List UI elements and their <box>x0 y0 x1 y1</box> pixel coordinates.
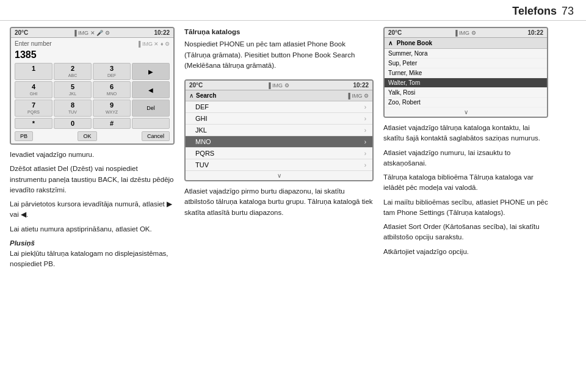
phonebook-screen: 20°C ▐ IMG ⚙ 10:22 ∧ Phone Book Summer, … <box>383 27 548 118</box>
key-hash[interactable]: # <box>93 118 131 129</box>
page-header: Telefons 73 <box>0 0 586 21</box>
time-mid: 10:22 <box>353 82 369 89</box>
right-text-4: Lai maiītu biblioēmas secību, atlasiet P… <box>383 197 548 219</box>
search-item-def-label: DEF <box>195 103 209 111</box>
phonebook-screen-body: ∧ Phone Book Summer, Nora Sup, Peter Tur… <box>385 38 547 117</box>
phone-screen-body: Enter number ▐ IMG ✕ ♦ ⚙ 1385 1 2ABC 3DE… <box>11 38 173 143</box>
keypad-row-1: 1 2ABC 3DEF ▶ <box>15 63 170 80</box>
screen-icons-mid: ▐ IMG ⚙ <box>267 82 289 89</box>
phonebook-list: Summer, Nora Sup, Peter Turner, Mike Wal… <box>385 49 547 107</box>
page-title: Telefons <box>512 5 557 18</box>
temp-right: 20°C <box>388 29 402 36</box>
right-text-1: Atlasiet vajadzīgo tālruņa kataloga kont… <box>383 123 548 144</box>
temp-left: 20°C <box>15 29 28 36</box>
cancel-button[interactable]: Cancel <box>142 131 170 141</box>
chevron-def: › <box>364 104 366 111</box>
key-6[interactable]: 6MNO <box>93 81 131 98</box>
time-right: 10:22 <box>527 29 543 36</box>
search-item-mno[interactable]: MNO › <box>186 136 372 148</box>
right-text-6: Atkārtojiet vajadzīgo opciju. <box>383 247 548 257</box>
signal-icons: ▐ IMG ✕ ♦ ⚙ <box>137 41 170 47</box>
right-text-body: Atlasiet vajadzīgo tālruņa kataloga kont… <box>383 123 548 261</box>
search-item-ghi[interactable]: GHI › <box>186 113 372 125</box>
search-item-tuv[interactable]: TUV › <box>186 159 372 171</box>
pb-button[interactable]: PB <box>15 131 33 141</box>
right-text-5: Atlasiet Sort Order (Kārtošanas secība),… <box>383 222 548 243</box>
enter-number-label: Enter number <box>15 40 52 47</box>
key-empty <box>132 118 170 129</box>
search-item-ghi-label: GHI <box>195 115 208 122</box>
keypad-row-2: 4GHI 5JKL 6MNO ◀ <box>15 81 170 98</box>
left-text-body: Ievadiet vajadzīgo numuru. Dzēšot atlasi… <box>10 150 175 274</box>
keypad-row-3: 7PQRS 8TUV 9WXYZ Del <box>15 100 170 117</box>
note-label: Plusiņš <box>10 239 35 247</box>
search-screen: 20°C ▐ IMG ⚙ 10:22 ∧ Search ▐ IMG ⚙ DEF … <box>184 79 374 181</box>
search-item-jkl-label: JKL <box>195 126 207 134</box>
pb-item-yalk[interactable]: Yalk, Rosi <box>385 88 547 98</box>
scroll-down-right[interactable]: ∨ <box>385 107 547 117</box>
left-column: 20°C ▐ IMG ✕ 🎤 ⚙ 10:22 Enter number ▐ IM… <box>10 27 175 381</box>
scroll-down-mid[interactable]: ∨ <box>186 171 372 180</box>
phonebook-header: ∧ Phone Book <box>385 38 547 49</box>
keypad-row-4: * 0 # <box>15 118 170 129</box>
key-4[interactable]: 4GHI <box>15 81 52 98</box>
phonebook-title: Phone Book <box>397 40 432 46</box>
key-7[interactable]: 7PQRS <box>15 100 52 117</box>
search-item-jkl[interactable]: JKL › <box>186 125 372 136</box>
mid-text-body-2: Atlasiet vajadzīgo pirmo burtu diapazonu… <box>184 186 374 222</box>
key-1[interactable]: 1 <box>15 63 52 80</box>
screen-top-bar-left: 20°C ▐ IMG ✕ 🎤 ⚙ 10:22 <box>11 28 173 38</box>
left-text-1: Ievadiet vajadzīgo numuru. <box>10 150 175 160</box>
search-item-tuv-label: TUV <box>195 161 209 169</box>
screen-icons-right: ▐ IMG ⚙ <box>454 30 476 36</box>
main-content: 20°C ▐ IMG ✕ 🎤 ⚙ 10:22 Enter number ▐ IM… <box>0 21 586 387</box>
chevron-ghi: › <box>364 115 366 122</box>
search-list: DEF › GHI › JKL › MNO › <box>186 101 372 171</box>
chevron-pqrs: › <box>364 150 366 157</box>
pb-item-summer[interactable]: Summer, Nora <box>385 49 547 59</box>
search-signal: ▐ IMG ⚙ <box>347 93 369 99</box>
search-item-pqrs-label: PQRS <box>195 150 214 157</box>
search-header: ∧ Search ▐ IMG ⚙ <box>186 90 372 101</box>
key-5[interactable]: 5JKL <box>54 81 92 98</box>
chevron-jkl: › <box>364 127 366 134</box>
key-8[interactable]: 8TUV <box>54 100 92 117</box>
search-screen-body: ∧ Search ▐ IMG ⚙ DEF › GHI › JKL › <box>186 90 372 180</box>
key-star[interactable]: * <box>15 118 52 129</box>
temp-mid: 20°C <box>189 82 203 89</box>
chevron-mno: › <box>364 139 366 145</box>
right-column: 20°C ▐ IMG ⚙ 10:22 ∧ Phone Book Summer, … <box>383 27 548 381</box>
page-number: 73 <box>562 5 574 18</box>
mid-text-2: Atlasiet vajadzīgo pirmo burtu diapazonu… <box>184 186 374 218</box>
mid-text-1: Nospiediet PHONE un pēc tam atlasiet Pho… <box>184 39 374 71</box>
pb-item-walter[interactable]: Walter, Tom <box>385 78 547 88</box>
ok-button[interactable]: OK <box>78 131 96 141</box>
phone-number-screen: 20°C ▐ IMG ✕ 🎤 ⚙ 10:22 Enter number ▐ IM… <box>10 27 175 145</box>
search-item-pqrs[interactable]: PQRS › <box>186 148 372 159</box>
phone-number-display: 1385 <box>15 49 170 60</box>
scroll-up-right[interactable]: ∧ <box>388 40 392 46</box>
key-left[interactable]: ◀ <box>132 81 170 98</box>
screen-icons-left: ▐ IMG ✕ 🎤 ⚙ <box>73 30 109 36</box>
key-0[interactable]: 0 <box>54 118 92 129</box>
key-right[interactable]: ▶ <box>132 63 170 80</box>
chevron-tuv: › <box>364 162 366 169</box>
time-left: 10:22 <box>154 29 170 36</box>
key-2[interactable]: 2ABC <box>54 63 92 80</box>
left-text-4: Lai atietu numura apstiprināšanu, atlasi… <box>10 224 175 234</box>
search-item-def[interactable]: DEF › <box>186 101 372 113</box>
bottom-buttons: PB OK Cancel <box>15 131 170 141</box>
pb-item-turner[interactable]: Turner, Mike <box>385 68 547 78</box>
right-text-2: Atlasiet vajadzīgo numuru, lai izsauktu … <box>383 148 548 169</box>
pb-item-sup[interactable]: Sup, Peter <box>385 59 547 68</box>
mid-column: Tālruņa katalogs Nospiediet PHONE un pēc… <box>184 27 374 381</box>
scroll-up-mid[interactable]: ∧ <box>189 92 194 99</box>
pb-item-zoo[interactable]: Zoo, Robert <box>385 98 547 107</box>
left-text-5: PlusiņšLai piekļūtu tālruņa katalogam no… <box>10 238 175 270</box>
key-3[interactable]: 3DEF <box>93 63 131 80</box>
key-del[interactable]: Del <box>132 100 170 117</box>
screen-top-bar-right: 20°C ▐ IMG ⚙ 10:22 <box>385 28 547 38</box>
right-text-3: Tālruņa kataloga biblioēma Tālruņa katal… <box>383 172 548 194</box>
key-9[interactable]: 9WXYZ <box>93 100 131 117</box>
screen-top-bar-mid: 20°C ▐ IMG ⚙ 10:22 <box>186 81 372 90</box>
